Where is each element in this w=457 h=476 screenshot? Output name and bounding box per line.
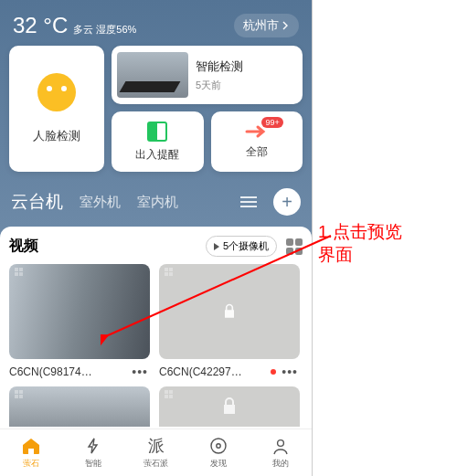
all-label: 全部 xyxy=(246,144,268,160)
nav-mine[interactable]: 我的 xyxy=(250,429,312,476)
camera-name-1: C6CN(C98174… xyxy=(9,365,92,378)
camera-count: 5个摄像机 xyxy=(223,239,269,253)
annotation-line-2: 界面 xyxy=(318,245,353,264)
svg-point-2 xyxy=(278,440,284,447)
chevron-right-icon xyxy=(281,21,290,30)
home-icon xyxy=(21,436,41,456)
video-title: 视频 xyxy=(9,237,38,256)
lock-icon xyxy=(220,302,239,321)
nav-pai[interactable]: 派 萤石派 xyxy=(124,429,186,476)
face-label: 人脸检测 xyxy=(33,128,80,144)
annotation-text: 1.点击预览 界面 xyxy=(318,221,455,266)
feature-cards: 人脸检测 智能检测 5天前 出入提醒 99+ xyxy=(0,46,312,172)
nav-label: 萤石派 xyxy=(143,458,168,470)
all-badge: 99+ xyxy=(261,117,282,128)
camera-count-button[interactable]: 5个摄像机 xyxy=(206,236,277,257)
camera-preview-3[interactable] xyxy=(9,386,150,427)
entry-label: 出入提醒 xyxy=(135,147,179,163)
add-device-button[interactable]: + xyxy=(273,188,301,216)
play-icon xyxy=(214,243,219,250)
camera-preview-4[interactable] xyxy=(159,386,300,427)
annotation-line-1: 1.点击预览 xyxy=(318,222,402,241)
camera-card-1[interactable]: C6CN(C98174… ••• xyxy=(9,264,150,383)
tab-ptz[interactable]: 云台机 xyxy=(11,190,63,214)
alert-dot xyxy=(271,369,276,375)
nav-home[interactable]: 萤石 xyxy=(0,429,62,476)
brand-icon xyxy=(15,390,23,398)
lightning-icon xyxy=(84,436,102,456)
menu-icon[interactable] xyxy=(240,196,257,207)
nav-smart[interactable]: 智能 xyxy=(62,429,124,476)
lock-icon xyxy=(218,396,240,418)
tab-outdoor[interactable]: 室外机 xyxy=(80,194,121,211)
temperature: 32 °C xyxy=(13,13,68,38)
tab-indoor[interactable]: 室内机 xyxy=(137,194,178,211)
all-card[interactable]: 99+ 全部 xyxy=(211,111,303,172)
smart-thumb xyxy=(117,52,188,98)
nav-label: 萤石 xyxy=(23,458,39,470)
camera-card-3[interactable] xyxy=(9,386,150,427)
city-name: 杭州市 xyxy=(243,17,279,34)
camera-card-4[interactable] xyxy=(159,386,300,427)
device-tabs: 云台机 室外机 室内机 + xyxy=(0,172,312,223)
brand-icon xyxy=(165,268,173,276)
camera-preview-2[interactable]: 视频已加密 xyxy=(159,264,300,359)
weather-bar: 32 °C 多云 湿度56% 杭州市 xyxy=(0,0,312,46)
nav-label: 发现 xyxy=(210,458,227,470)
smart-detect-card[interactable]: 智能检测 5天前 xyxy=(112,46,303,104)
camera-card-2[interactable]: 视频已加密 C6CN(C42297… ••• xyxy=(159,264,300,383)
person-icon xyxy=(271,436,290,456)
camera-name-2: C6CN(C42297… xyxy=(159,365,242,378)
bottom-nav: 萤石 智能 派 萤石派 发现 我的 xyxy=(0,428,312,476)
brand-icon xyxy=(165,390,173,398)
more-icon[interactable]: ••• xyxy=(132,365,148,379)
camera-preview-1[interactable] xyxy=(9,264,150,359)
nav-discover[interactable]: 发现 xyxy=(187,429,250,476)
app-screen: 32 °C 多云 湿度56% 杭州市 人脸检测 智能检测 5天前 xyxy=(0,0,313,476)
layout-grid-icon[interactable] xyxy=(286,238,303,255)
nav-label: 智能 xyxy=(85,458,101,470)
arrow-all-icon: 99+ xyxy=(245,124,269,139)
smart-time: 5天前 xyxy=(196,79,243,92)
nav-label: 我的 xyxy=(272,458,289,470)
entry-alert-card[interactable]: 出入提醒 xyxy=(112,111,204,172)
pai-icon: 派 xyxy=(148,436,165,456)
smart-title: 智能检测 xyxy=(196,58,243,75)
face-detect-card[interactable]: 人脸检测 xyxy=(9,46,104,172)
svg-point-1 xyxy=(217,444,220,448)
city-selector[interactable]: 杭州市 xyxy=(234,14,299,37)
more-icon[interactable]: ••• xyxy=(282,365,298,379)
face-icon xyxy=(37,73,76,111)
svg-point-0 xyxy=(211,439,226,453)
door-icon xyxy=(147,122,167,142)
compass-icon xyxy=(209,436,228,456)
weather-summary: 多云 湿度56% xyxy=(73,23,136,36)
brand-icon xyxy=(15,268,23,276)
